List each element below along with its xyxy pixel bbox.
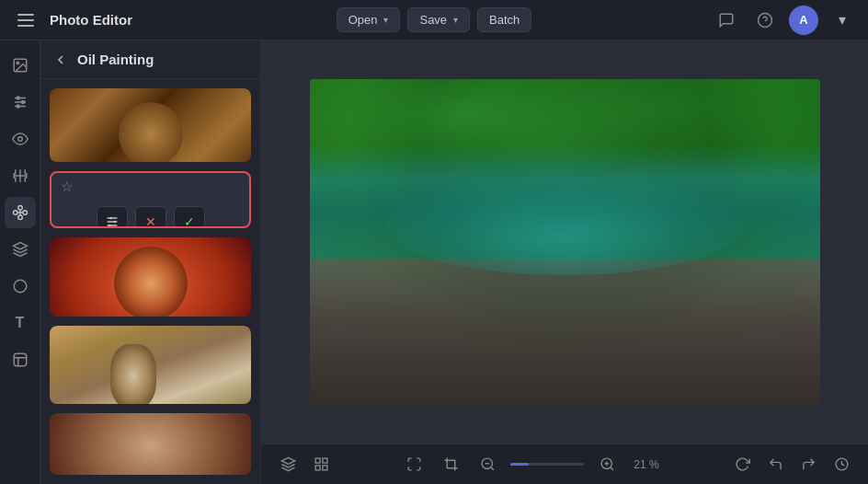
svg-point-13 <box>17 206 22 211</box>
layers-button[interactable] <box>274 451 302 478</box>
svg-marker-19 <box>13 243 27 250</box>
oil3-effect-card[interactable] <box>50 413 251 475</box>
oil1-thumb <box>50 237 251 317</box>
undo-button[interactable] <box>761 451 789 478</box>
svg-rect-31 <box>315 466 320 470</box>
active-controls: ✕ ✓ <box>51 202 249 228</box>
bottom-bar: 21 % <box>261 444 868 484</box>
icon-sidebar: T <box>0 40 40 484</box>
svg-point-3 <box>17 62 18 63</box>
svg-point-27 <box>108 225 111 227</box>
zoom-slider[interactable] <box>510 463 584 466</box>
sidebar-item-magic[interactable] <box>5 160 36 191</box>
oil3-thumb <box>50 413 251 475</box>
effects-panel: Oil Painting Impasto GFX Ai ☆ <box>40 40 261 484</box>
tune-button[interactable] <box>97 206 128 228</box>
svg-rect-32 <box>322 466 326 470</box>
fit-button[interactable] <box>400 451 428 478</box>
impasto-thumb <box>50 88 251 162</box>
bottom-center: 21 % <box>400 451 663 478</box>
bottom-left <box>274 451 335 478</box>
sidebar-item-layers[interactable] <box>5 234 36 265</box>
sidebar-item-sticker[interactable] <box>5 344 36 375</box>
apply-effect-button[interactable]: ✓ <box>174 206 205 228</box>
svg-point-7 <box>17 97 19 99</box>
batch-button[interactable]: Batch <box>477 7 531 32</box>
zoom-out-button[interactable] <box>474 451 501 478</box>
svg-marker-28 <box>281 457 294 464</box>
active-effect-header: ☆ <box>51 173 249 202</box>
svg-rect-30 <box>322 458 326 463</box>
main-area: T Oil Painting <box>0 40 868 484</box>
zoom-fill <box>510 463 529 466</box>
redo-button[interactable] <box>794 451 822 478</box>
panel-title: Oil Painting <box>77 52 154 67</box>
crop-button[interactable] <box>437 451 464 478</box>
star-button[interactable]: ☆ <box>61 179 73 195</box>
impasto-effect-card[interactable]: Impasto GFX Ai <box>50 88 251 162</box>
topbar-left: Photo Editor <box>11 6 337 35</box>
svg-line-34 <box>490 467 493 470</box>
topbar-right: A ▾ <box>531 6 857 35</box>
sidebar-item-text[interactable]: T <box>5 307 36 339</box>
svg-point-16 <box>17 215 22 220</box>
menu-button[interactable] <box>11 6 40 35</box>
svg-point-14 <box>13 211 17 215</box>
topbar: Photo Editor Open Save Batch A ▾ <box>0 0 868 40</box>
sidebar-item-eye[interactable] <box>5 123 36 155</box>
svg-point-26 <box>113 221 116 224</box>
open-button[interactable]: Open <box>337 7 401 32</box>
grid-button[interactable] <box>307 451 335 478</box>
canvas-area: 21 % <box>261 40 868 484</box>
save-button[interactable]: Save <box>407 7 470 32</box>
svg-rect-29 <box>315 458 320 463</box>
topbar-center: Open Save Batch <box>337 7 532 32</box>
bottom-right <box>728 451 855 478</box>
panel-header: Oil Painting <box>40 40 260 79</box>
svg-rect-21 <box>14 353 27 366</box>
back-button[interactable] <box>53 52 68 67</box>
avatar[interactable]: A <box>789 6 818 35</box>
canvas-image <box>310 79 820 406</box>
panel-scroll: Impasto GFX Ai ☆ ✕ ✓ <box>40 79 260 484</box>
svg-point-20 <box>14 280 27 293</box>
history-button[interactable] <box>828 451 855 478</box>
hamburger-icon <box>17 14 34 27</box>
rotate-button[interactable] <box>728 451 756 478</box>
active-effect-card: ☆ ✕ ✓ <box>50 171 251 228</box>
help-button[interactable] <box>750 6 780 35</box>
sidebar-item-brush[interactable] <box>5 197 36 228</box>
app-title: Photo Editor <box>50 12 132 28</box>
zoom-in-button[interactable] <box>593 451 621 478</box>
sidebar-item-sliders[interactable] <box>5 86 36 118</box>
zoom-percent: 21 % <box>630 458 663 471</box>
oil2-thumb <box>50 326 251 405</box>
oil2-effect-card[interactable]: Oil Painting 2 Ai <box>50 326 251 405</box>
sidebar-item-shape[interactable] <box>5 271 36 302</box>
svg-line-37 <box>610 467 612 470</box>
cancel-effect-button[interactable]: ✕ <box>135 206 166 228</box>
svg-point-9 <box>17 105 19 108</box>
svg-point-8 <box>21 101 24 104</box>
oil1-effect-card[interactable]: Oil Painting 1 Ai <box>50 237 251 317</box>
svg-point-25 <box>109 217 112 220</box>
svg-point-15 <box>23 211 28 215</box>
expand-button[interactable]: ▾ <box>828 6 857 35</box>
svg-point-10 <box>17 137 22 142</box>
canvas-container <box>261 40 868 444</box>
chat-button[interactable] <box>712 6 741 35</box>
sidebar-item-image[interactable] <box>5 50 36 81</box>
